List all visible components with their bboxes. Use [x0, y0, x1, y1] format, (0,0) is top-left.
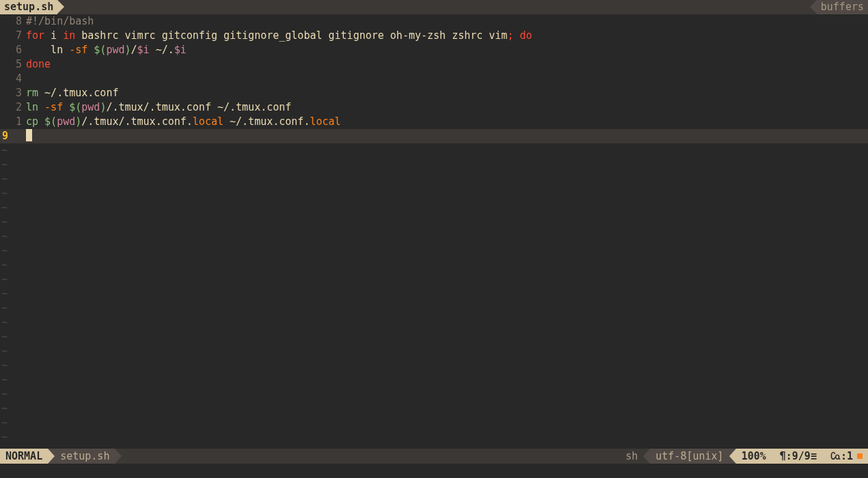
- empty-line: ~: [0, 430, 868, 445]
- statusline-center: [122, 449, 620, 464]
- code-line[interactable]: 8#!/bin/bash: [0, 14, 868, 29]
- tilde-icon: ~: [0, 172, 8, 186]
- tilde-icon: ~: [0, 258, 8, 272]
- tilde-icon: ~: [0, 301, 8, 315]
- separator-icon: [810, 0, 817, 14]
- tilde-icon: ~: [0, 430, 8, 445]
- tilde-icon: ~: [0, 215, 8, 229]
- code-line[interactable]: 2ln -sf $(pwd)/.tmux/.tmux.conf ~/.tmux.…: [0, 100, 868, 115]
- tilde-icon: ~: [0, 330, 8, 344]
- empty-line: ~: [0, 315, 868, 330]
- separator-icon: [115, 449, 122, 464]
- bufferline: setup.sh buffers: [0, 0, 868, 14]
- tilde-icon: ~: [0, 229, 8, 244]
- empty-line: ~: [0, 258, 868, 272]
- line-number: 6: [0, 43, 26, 57]
- file-label: setup.sh: [60, 449, 109, 464]
- empty-line: ~: [0, 201, 868, 215]
- buffers-label: buffers: [821, 0, 864, 14]
- tilde-icon: ~: [0, 158, 8, 172]
- line-number: 3: [0, 86, 26, 100]
- code-content: done: [26, 57, 868, 72]
- linepos-label: ¶:9/9≡: [780, 449, 817, 464]
- tilde-icon: ~: [0, 373, 8, 387]
- tilde-icon: ~: [0, 358, 8, 373]
- code-line[interactable]: 5done: [0, 57, 868, 72]
- empty-line: ~: [0, 158, 868, 172]
- code-line[interactable]: 7for i in bashrc vimrc gitconfig gitigno…: [0, 29, 868, 43]
- code-content: rm ~/.tmux.conf: [26, 86, 868, 100]
- encoding-label: utf-8[unix]: [655, 449, 723, 464]
- code-content: ln -sf $(pwd)/.tmux/.tmux.conf ~/.tmux.c…: [26, 100, 868, 115]
- tilde-icon: ~: [0, 416, 8, 430]
- tilde-icon: ~: [0, 287, 8, 301]
- empty-line: ~: [0, 186, 868, 201]
- tilde-icon: ~: [0, 402, 8, 416]
- empty-line: ~: [0, 330, 868, 344]
- tilde-icon: ~: [0, 387, 8, 402]
- trailing-whitespace-icon: [857, 453, 863, 459]
- tilde-icon: ~: [0, 201, 8, 215]
- tilde-icon: ~: [0, 186, 8, 201]
- separator-icon: [643, 449, 650, 464]
- percent-segment: 100%: [736, 449, 772, 464]
- statusline: NORMAL setup.sh sh utf-8[unix] 100% ¶:9/…: [0, 449, 868, 464]
- file-segment: setup.sh: [55, 449, 115, 464]
- tilde-icon: ~: [0, 315, 8, 330]
- tilde-icon: ~: [0, 272, 8, 287]
- code-content: for i in bashrc vimrc gitconfig gitignor…: [26, 29, 868, 43]
- code-content: [26, 72, 868, 86]
- tilde-icon: ~: [0, 344, 8, 358]
- code-content: #!/bin/bash: [26, 14, 868, 29]
- empty-line: ~: [0, 402, 868, 416]
- empty-line: ~: [0, 373, 868, 387]
- line-number-current: 9: [0, 129, 12, 143]
- line-number: 8: [0, 14, 26, 29]
- line-number: 2: [0, 100, 26, 115]
- buffer-tab-label: setup.sh: [4, 0, 53, 14]
- editor-viewport[interactable]: 8#!/bin/bash7for i in bashrc vimrc gitco…: [0, 14, 868, 449]
- cursor-icon: [26, 129, 32, 141]
- encoding-segment: utf-8[unix]: [650, 449, 729, 464]
- code-content: cp $(pwd)/.tmux/.tmux.conf.local ~/.tmux…: [26, 115, 868, 129]
- empty-line: ~: [0, 172, 868, 186]
- mode-label: NORMAL: [5, 449, 42, 464]
- code-line[interactable]: 6 ln -sf $(pwd)/$i ~/.$i: [0, 43, 868, 57]
- empty-line: ~: [0, 143, 868, 158]
- code-content: [26, 129, 868, 143]
- vim-screen: setup.sh buffers 8#!/bin/bash7for i in b…: [0, 0, 868, 478]
- separator-icon: [57, 0, 64, 14]
- percent-label: 100%: [742, 449, 766, 464]
- empty-line: ~: [0, 244, 868, 258]
- filetype-label: sh: [625, 449, 638, 464]
- empty-line: ~: [0, 287, 868, 301]
- linepos-segment: ¶:9/9≡: [772, 449, 822, 464]
- empty-line: ~: [0, 229, 868, 244]
- mode-segment: NORMAL: [0, 449, 48, 464]
- tilde-icon: ~: [0, 244, 8, 258]
- empty-line: ~: [0, 215, 868, 229]
- separator-icon: [729, 449, 736, 464]
- col-label: ㏇:1: [830, 449, 853, 464]
- buffers-indicator[interactable]: buffers: [817, 0, 868, 14]
- empty-line: ~: [0, 301, 868, 315]
- code-line[interactable]: 3rm ~/.tmux.conf: [0, 86, 868, 100]
- code-content: ln -sf $(pwd)/$i ~/.$i: [26, 43, 868, 57]
- col-segment: ㏇:1: [822, 449, 868, 464]
- empty-line: ~: [0, 358, 868, 373]
- tilde-icon: ~: [0, 143, 8, 158]
- command-line[interactable]: "setup.sh" 9L, 238B written: [0, 464, 868, 478]
- line-number: 4: [0, 72, 26, 86]
- line-number: 5: [0, 57, 26, 72]
- code-line[interactable]: 4: [0, 72, 868, 86]
- code-line[interactable]: 1cp $(pwd)/.tmux/.tmux.conf.local ~/.tmu…: [0, 115, 868, 129]
- empty-line: ~: [0, 416, 868, 430]
- filetype-segment: sh: [620, 449, 643, 464]
- separator-icon: [48, 449, 55, 464]
- bufferline-spacer: [64, 0, 810, 14]
- line-number: 1: [0, 115, 26, 129]
- empty-line: ~: [0, 272, 868, 287]
- buffer-tab-active[interactable]: setup.sh: [0, 0, 57, 14]
- empty-line: ~: [0, 344, 868, 358]
- code-line-current[interactable]: 9: [0, 129, 868, 143]
